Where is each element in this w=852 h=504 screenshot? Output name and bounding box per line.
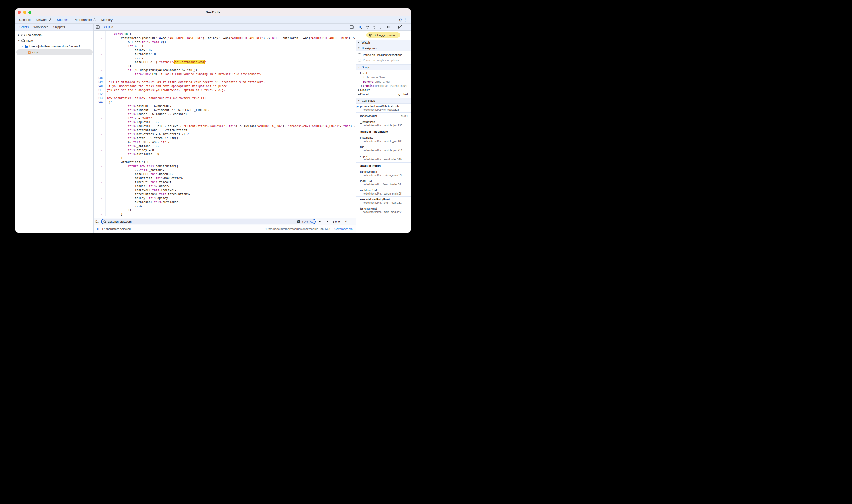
code-text[interactable]: apiKey: this.apiKey, xyxy=(107,196,170,200)
gutter-line-number[interactable]: - xyxy=(94,72,106,76)
gutter-line-number[interactable]: - xyxy=(94,144,106,148)
code-text[interactable]: if (!G.dangerouslyAllowBrowser && Ys0()) xyxy=(107,68,197,72)
gutter-line-number[interactable]: - xyxy=(94,184,106,188)
code-line[interactable]: - this.apiKey = B, xyxy=(94,148,356,152)
code-line[interactable]: - class $8 { xyxy=(94,32,356,36)
pretty-print-icon[interactable]: {} xyxy=(97,227,100,231)
call-stack-frame[interactable]: loadESMnode:internal/p…/esm_loader:34 xyxy=(356,178,410,187)
code-line[interactable]: - o9(this, $F1, Xs0, "f"), xyxy=(94,140,356,144)
gutter-line-number[interactable]: - xyxy=(94,132,106,136)
code-text[interactable]: }) xyxy=(107,208,131,212)
editor-tab-cli-js[interactable]: cli.js × xyxy=(102,23,116,31)
previous-match-button[interactable] xyxy=(317,221,322,223)
gutter-line-number[interactable]: - xyxy=(94,200,106,204)
tree-item-cli-js[interactable]: cli.js xyxy=(16,49,93,55)
minimize-window-button[interactable] xyxy=(23,11,26,14)
gutter-line-number[interactable]: 1340 xyxy=(94,84,106,88)
code-line[interactable]: - baseURL: A || "https://api.anthropic.c… xyxy=(94,60,356,64)
code-line[interactable]: - this.logger = G.logger ?? console; xyxy=(94,112,356,116)
code-line[interactable]: - constructor({baseURL: A=ao("ANTHROPIC_… xyxy=(94,36,356,40)
step-button[interactable] xyxy=(385,24,391,30)
gutter-line-number[interactable]: - xyxy=(94,116,106,120)
gutter-line-number[interactable]: - xyxy=(94,36,106,40)
tab-memory[interactable]: Memory xyxy=(99,16,115,23)
code-line[interactable]: - this.logLevel = Hc1(G.logLevel, "Clien… xyxy=(94,124,356,128)
gutter-line-number[interactable]: - xyxy=(94,212,106,216)
code-text[interactable]: this.apiKey = B, xyxy=(107,148,156,152)
code-line[interactable]: - $F1.set(this, void 0); xyxy=(94,40,356,44)
gutter-line-number[interactable]: - xyxy=(94,160,106,164)
code-text[interactable]: authToken: this.authToken, xyxy=(107,200,180,204)
gutter-line-number[interactable]: - xyxy=(94,136,106,140)
code-line[interactable]: - this.logLevel = Z, xyxy=(94,120,356,124)
code-text[interactable]: $F1.set(this, void 0); xyxy=(107,40,166,44)
gutter-line-number[interactable]: 1339 xyxy=(94,80,106,84)
gutter-line-number[interactable]: - xyxy=(94,152,106,156)
gutter-line-number[interactable]: - xyxy=(94,64,106,68)
gutter-line-number[interactable]: - xyxy=(94,104,106,108)
gutter-line-number[interactable]: 1342 xyxy=(94,92,106,96)
gutter-line-number[interactable]: - xyxy=(94,56,106,60)
gutter-line-number[interactable]: 1343 xyxy=(94,96,106,100)
gutter-line-number[interactable]: - xyxy=(94,208,106,212)
gutter-line-number[interactable]: - xyxy=(94,156,106,160)
chevron-right-icon[interactable]: ▶ xyxy=(358,93,360,95)
gutter-line-number[interactable]: - xyxy=(94,68,106,72)
code-text[interactable]: maxRetries: this.maxRetries, xyxy=(107,176,183,180)
scope-this[interactable]: this undefined xyxy=(356,75,410,79)
code-text[interactable]: let G = { xyxy=(107,44,143,48)
code-text[interactable]: this.logger = G.logger ?? console; xyxy=(107,112,187,116)
code-line[interactable]: - apiKey: this.apiKey, xyxy=(94,196,356,200)
code-text[interactable]: ...this._options, xyxy=(107,168,164,172)
tab-network[interactable]: Network xyxy=(33,16,54,23)
call-stack-frame[interactable]: (anonymous)node:internal/m…main_module:2 xyxy=(356,206,410,215)
code-text[interactable]: If you understand the risks and have app… xyxy=(107,84,229,88)
call-stack-frame[interactable]: (anonymous)cli.js:1 xyxy=(356,113,410,119)
code-line[interactable]: - withOptions(A) { xyxy=(94,160,356,164)
code-line[interactable]: - this.maxRetries = G.maxRetries ?? 2, xyxy=(94,132,356,136)
replace-toggle-icon[interactable]: A↳B xyxy=(95,219,99,224)
code-text[interactable]: o9(this, $F1, Xs0, "f"), xyxy=(107,140,170,144)
scope-global[interactable]: ▶ Global global xyxy=(356,92,410,96)
code-text[interactable]: } xyxy=(107,212,123,216)
tab-sources[interactable]: Sources xyxy=(54,16,71,23)
gutter-line-number[interactable]: - xyxy=(94,52,106,56)
chevron-right-icon[interactable]: ▶ xyxy=(360,85,363,87)
code-line[interactable]: - fetchOptions: this.fetchOptions, xyxy=(94,192,356,196)
code-line[interactable]: 1339This is disabled by default, as it r… xyxy=(94,80,356,84)
checkbox-unchecked[interactable] xyxy=(358,54,361,56)
code-text[interactable]: apiKey: B, xyxy=(107,48,152,52)
code-line[interactable]: 1343new Anthropic({ apiKey, dangerouslyA… xyxy=(94,96,356,100)
gutter-line-number[interactable]: - xyxy=(94,48,106,52)
tree-item-no-domain[interactable]: ▶ (no domain) xyxy=(16,32,93,38)
source-origin-link[interactable]: node:internal/modules/esm/module_job:130 xyxy=(273,227,329,231)
step-into-button[interactable] xyxy=(371,24,377,30)
code-text[interactable]: this.fetch = G.fetch ?? Fs0(), xyxy=(107,136,180,140)
call-stack-frame[interactable]: instantiatenode:internal/m…module_job:10… xyxy=(356,135,410,144)
gutter-line-number[interactable]: - xyxy=(94,124,106,128)
pause-uncaught-row[interactable]: Pause on uncaught exceptions xyxy=(356,52,410,57)
code-line[interactable]: - authToken: this.authToken, xyxy=(94,200,356,204)
gutter-line-number[interactable]: 1344 xyxy=(94,100,106,104)
gutter-line-number[interactable]: - xyxy=(94,180,106,184)
code-line[interactable]: - logLevel: this.logLevel, xyxy=(94,188,356,192)
gutter-line-number[interactable]: - xyxy=(94,196,106,200)
tab-workspace[interactable]: Workspace xyxy=(31,23,51,31)
tab-performance[interactable]: Performance xyxy=(71,16,99,23)
code-text[interactable]: baseURL: A || "https://api.anthropic.com… xyxy=(107,60,206,64)
scope-parent[interactable]: parent undefined xyxy=(356,79,410,84)
code-line[interactable]: - ...this._options, xyxy=(94,168,356,172)
code-text[interactable]: new Anthropic({ apiKey, dangerouslyAllow… xyxy=(107,96,206,100)
code-text[interactable]: this.logLevel = Z, xyxy=(107,120,159,124)
maximize-window-button[interactable] xyxy=(28,11,32,14)
code-line[interactable]: - }; xyxy=(94,64,356,68)
code-text[interactable]: withOptions(A) { xyxy=(107,160,149,164)
gutter-line-number[interactable]: - xyxy=(94,108,106,112)
code-line[interactable]: - if (!G.dangerouslyAllowBrowser && Ys0(… xyxy=(94,68,356,72)
gutter-line-number[interactable]: - xyxy=(94,140,106,144)
code-text[interactable]: authToken: Q, xyxy=(107,52,157,56)
code-text[interactable]: logLevel: this.logLevel, xyxy=(107,188,177,192)
code-text[interactable]: This is disabled by default, as it risks… xyxy=(107,80,265,84)
code-text[interactable]: }; xyxy=(107,64,131,68)
next-match-button[interactable] xyxy=(324,221,329,223)
